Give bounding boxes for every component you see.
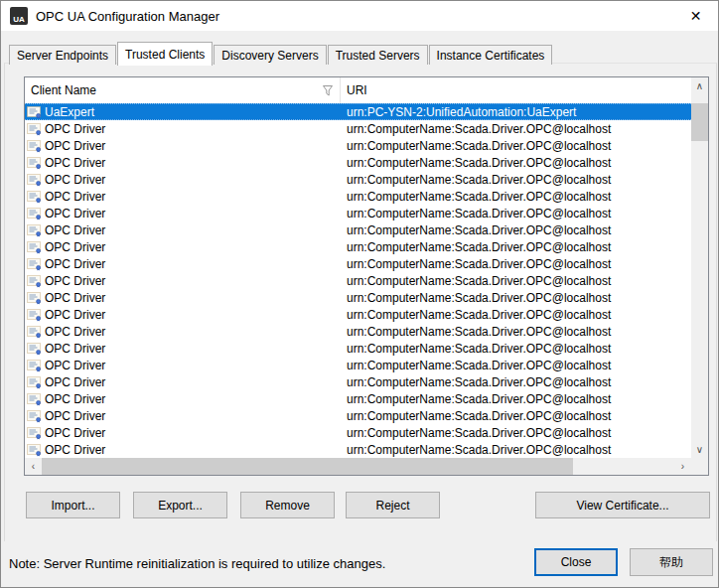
client-name-cell: OPC Driver [25, 426, 341, 440]
client-name-cell: OPC Driver [25, 325, 341, 339]
client-name-cell: OPC Driver [25, 359, 341, 372]
table-row[interactable]: OPC Driver urn:ComputerName:Scada.Driver… [25, 289, 691, 306]
table-row[interactable]: UaExpert urn:PC-YSN-2:UnifiedAutomation:… [25, 103, 691, 120]
table-row[interactable]: OPC Driver urn:ComputerName:Scada.Driver… [25, 154, 691, 171]
client-name-cell: OPC Driver [25, 274, 341, 288]
uri-cell: urn:ComputerName:Scada.Driver.OPC@localh… [341, 139, 691, 153]
table-row[interactable]: OPC Driver urn:ComputerName:Scada.Driver… [25, 390, 691, 407]
uri-cell: urn:ComputerName:Scada.Driver.OPC@localh… [341, 443, 691, 457]
scroll-down-icon[interactable]: ∨ [691, 441, 708, 458]
client-name-cell: OPC Driver [25, 308, 341, 322]
vertical-scrollbar-thumb[interactable] [691, 103, 708, 141]
table-row[interactable]: OPC Driver urn:ComputerName:Scada.Driver… [25, 373, 691, 390]
certificate-icon [27, 426, 42, 440]
client-name-cell: OPC Driver [25, 190, 341, 204]
remove-button[interactable]: Remove [240, 492, 335, 518]
table-row[interactable]: OPC Driver urn:ComputerName:Scada.Driver… [25, 424, 691, 441]
table-row[interactable]: OPC Driver urn:ComputerName:Scada.Driver… [25, 120, 691, 137]
certificate-icon [27, 207, 42, 220]
certificate-icon [27, 274, 42, 288]
client-name-text: OPC Driver [45, 325, 105, 339]
certificate-icon [27, 240, 42, 254]
table-row[interactable]: OPC Driver urn:ComputerName:Scada.Driver… [25, 188, 691, 205]
close-button[interactable]: Close [534, 548, 618, 576]
opc-ua-configuration-manager-window: UA OPC UA Configuration Manager ✕ Server… [0, 0, 719, 588]
tab-page-trusted-clients: Client Name URI UaExpert [4, 63, 717, 542]
client-name-cell: OPC Driver [25, 375, 341, 389]
reject-button[interactable]: Reject [346, 492, 440, 518]
table-row[interactable]: OPC Driver urn:ComputerName:Scada.Driver… [25, 441, 691, 458]
certificate-icon [27, 359, 42, 372]
export-button[interactable]: Export... [133, 492, 227, 518]
horizontal-scrollbar[interactable]: ‹ › [25, 458, 691, 475]
uri-cell: urn:ComputerName:Scada.Driver.OPC@localh… [341, 223, 691, 237]
titlebar: UA OPC UA Configuration Manager ✕ [1, 1, 718, 31]
client-name-text: OPC Driver [45, 173, 105, 187]
tab-trusted-servers[interactable]: Trusted Servers [328, 45, 428, 65]
table-row[interactable]: OPC Driver urn:ComputerName:Scada.Driver… [25, 137, 691, 154]
uri-cell: urn:ComputerName:Scada.Driver.OPC@localh… [341, 173, 691, 187]
uri-cell: urn:PC-YSN-2:UnifiedAutomation:UaExpert [341, 105, 691, 119]
uri-cell: urn:ComputerName:Scada.Driver.OPC@localh… [341, 207, 691, 220]
help-button[interactable]: 帮助 [630, 548, 713, 576]
column-header-uri[interactable]: URI [341, 77, 691, 103]
table-row[interactable]: OPC Driver urn:ComputerName:Scada.Driver… [25, 221, 691, 238]
table-row[interactable]: OPC Driver urn:ComputerName:Scada.Driver… [25, 238, 691, 255]
column-header-uri-label: URI [347, 83, 367, 97]
client-name-text: UaExpert [45, 105, 94, 119]
tab-discovery-servers[interactable]: Discovery Servers [214, 45, 326, 65]
filter-icon[interactable] [322, 84, 334, 97]
client-name-text: OPC Driver [45, 274, 105, 288]
uri-cell: urn:ComputerName:Scada.Driver.OPC@localh… [341, 257, 691, 271]
client-name-cell: OPC Driver [25, 240, 341, 254]
client-name-cell: OPC Driver [25, 392, 341, 406]
client-name-text: OPC Driver [45, 257, 105, 271]
client-name-text: OPC Driver [45, 392, 105, 406]
tab-server-endpoints[interactable]: Server Endpoints [9, 45, 116, 65]
uri-cell: urn:ComputerName:Scada.Driver.OPC@localh… [341, 375, 691, 389]
client-name-cell: OPC Driver [25, 223, 341, 237]
certificate-icon [27, 257, 42, 271]
view-certificate-button[interactable]: View Certificate... [535, 492, 710, 518]
footer-note: Note: Server Runtime reinitialization is… [9, 556, 385, 571]
app-icon: UA [10, 7, 28, 25]
trusted-clients-list[interactable]: Client Name URI UaExpert [24, 76, 709, 476]
certificate-icon [27, 409, 42, 423]
table-row[interactable]: OPC Driver urn:ComputerName:Scada.Driver… [25, 340, 691, 357]
column-header-client-name[interactable]: Client Name [25, 77, 341, 103]
client-name-text: OPC Driver [45, 207, 105, 220]
vertical-scrollbar[interactable]: ∧ ∨ [691, 77, 708, 458]
table-row[interactable]: OPC Driver urn:ComputerName:Scada.Driver… [25, 357, 691, 373]
client-name-cell: OPC Driver [25, 257, 341, 271]
scroll-left-icon[interactable]: ‹ [25, 458, 42, 475]
horizontal-scrollbar-thumb[interactable] [42, 458, 573, 475]
table-row[interactable]: OPC Driver urn:ComputerName:Scada.Driver… [25, 407, 691, 424]
table-row[interactable]: OPC Driver urn:ComputerName:Scada.Driver… [25, 306, 691, 323]
client-name-cell: OPC Driver [25, 139, 341, 153]
uri-cell: urn:ComputerName:Scada.Driver.OPC@localh… [341, 240, 691, 254]
certificate-icon [27, 105, 42, 119]
certificate-icon [27, 392, 42, 406]
certificate-icon [27, 190, 42, 204]
import-button[interactable]: Import... [26, 492, 120, 518]
close-icon[interactable]: ✕ [673, 1, 718, 31]
scroll-up-icon[interactable]: ∧ [691, 77, 708, 94]
uri-cell: urn:ComputerName:Scada.Driver.OPC@localh… [341, 291, 691, 305]
uri-cell: urn:ComputerName:Scada.Driver.OPC@localh… [341, 122, 691, 136]
client-name-cell: OPC Driver [25, 156, 341, 170]
certificate-icon [27, 308, 42, 322]
scroll-right-icon[interactable]: › [674, 458, 691, 475]
client-name-text: OPC Driver [45, 308, 105, 322]
table-row[interactable]: OPC Driver urn:ComputerName:Scada.Driver… [25, 205, 691, 221]
table-row[interactable]: OPC Driver urn:ComputerName:Scada.Driver… [25, 255, 691, 272]
client-name-text: OPC Driver [45, 240, 105, 254]
table-row[interactable]: OPC Driver urn:ComputerName:Scada.Driver… [25, 323, 691, 340]
table-row[interactable]: OPC Driver urn:ComputerName:Scada.Driver… [25, 171, 691, 188]
certificate-icon [27, 342, 42, 356]
tab-instance-certificates[interactable]: Instance Certificates [429, 45, 553, 65]
certificate-icon [27, 139, 42, 153]
tab-trusted-clients[interactable]: Trusted Clients [117, 42, 213, 66]
certificate-icon [27, 173, 42, 187]
client-name-text: OPC Driver [45, 156, 105, 170]
table-row[interactable]: OPC Driver urn:ComputerName:Scada.Driver… [25, 272, 691, 289]
